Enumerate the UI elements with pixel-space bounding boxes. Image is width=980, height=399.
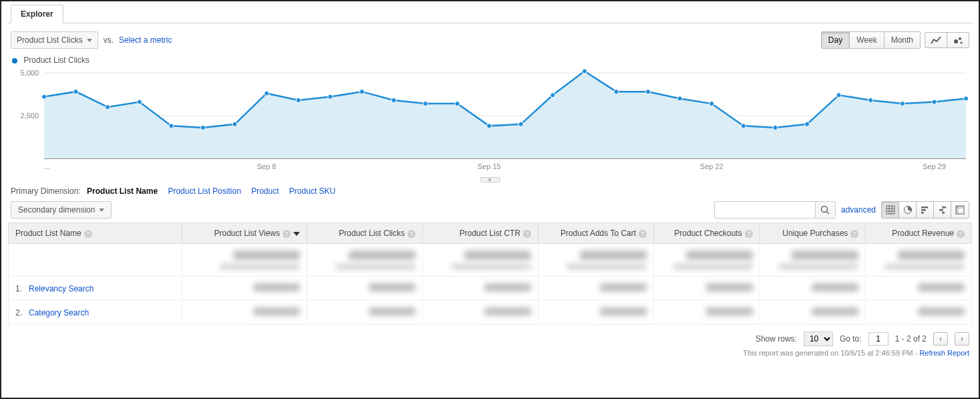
chevron-down-icon: [99, 209, 104, 212]
table-row[interactable]: 1.Relevancy Search: [9, 277, 972, 301]
svg-point-22: [487, 124, 492, 128]
svg-rect-57: [943, 212, 945, 214]
next-page-button[interactable]: ›: [955, 332, 969, 346]
svg-rect-51: [921, 207, 928, 209]
redacted-value: [686, 251, 753, 260]
col-product-list-name[interactable]: Product List Name?: [9, 223, 182, 244]
help-icon[interactable]: ?: [957, 230, 965, 238]
svg-rect-60: [956, 206, 964, 209]
svg-point-34: [868, 98, 873, 102]
svg-point-27: [646, 90, 651, 94]
svg-point-28: [677, 96, 682, 101]
svg-point-10: [106, 105, 110, 110]
granularity-day[interactable]: Day: [822, 32, 850, 48]
row-name-link[interactable]: Category Search: [29, 308, 89, 317]
redacted-value: [778, 264, 858, 269]
view-pivot-icon[interactable]: [951, 202, 969, 218]
timeseries-chart[interactable]: 5,0002,500...Sep 8Sep 15Sep 22Sep 29: [11, 66, 969, 173]
dimension-product-sku[interactable]: Product SKU: [289, 186, 335, 196]
tab-explorer[interactable]: Explorer: [11, 5, 63, 23]
goto-label: Go to:: [840, 334, 862, 344]
help-icon[interactable]: ?: [407, 230, 416, 238]
help-icon[interactable]: ?: [523, 230, 531, 238]
primary-metric-dropdown[interactable]: Product List Clicks: [11, 31, 98, 49]
svg-point-43: [822, 207, 828, 213]
svg-point-37: [964, 96, 969, 101]
prev-page-button[interactable]: ‹: [933, 332, 948, 346]
table-summary-row: [9, 244, 972, 277]
primary-dimension-row: Primary Dimension: Product List Name Pro…: [11, 186, 969, 196]
table-view-toggle: [881, 201, 969, 219]
view-comparison-icon[interactable]: [934, 202, 951, 218]
redacted-value: [898, 251, 965, 260]
svg-point-19: [391, 98, 396, 102]
col-product-checkouts[interactable]: Product Checkouts?: [654, 223, 760, 244]
redacted-value: [451, 264, 531, 269]
svg-point-15: [265, 91, 269, 96]
svg-point-29: [709, 102, 714, 106]
show-rows-label: Show rows:: [756, 334, 797, 344]
redacted-value: [484, 283, 531, 291]
help-icon[interactable]: ?: [639, 230, 647, 238]
dimension-product[interactable]: Product: [251, 186, 279, 196]
redacted-value: [600, 283, 647, 291]
help-icon[interactable]: ?: [850, 230, 858, 238]
motion-chart-icon[interactable]: [947, 33, 969, 47]
svg-point-0: [954, 39, 958, 43]
redacted-value: [812, 283, 858, 291]
dimension-product-list-name[interactable]: Product List Name: [87, 186, 158, 196]
granularity-week[interactable]: Week: [850, 32, 884, 48]
col-product-list-clicks[interactable]: Product List Clicks?: [307, 223, 423, 244]
redacted-value: [792, 251, 858, 260]
svg-rect-45: [886, 206, 894, 214]
svg-point-14: [232, 122, 237, 126]
show-rows-select[interactable]: 10: [804, 331, 833, 346]
help-icon[interactable]: ?: [84, 230, 92, 238]
view-pie-icon[interactable]: [899, 202, 917, 218]
chart-resize-handle[interactable]: ▾: [8, 174, 972, 181]
col-product-list-ctr[interactable]: Product List CTR?: [423, 223, 538, 244]
tab-strip: Explorer: [8, 5, 972, 23]
svg-text:Sep 15: Sep 15: [478, 162, 501, 170]
svg-text:Sep 29: Sep 29: [923, 162, 946, 170]
col-product-adds-to-cart[interactable]: Product Adds To Cart?: [538, 223, 654, 244]
col-product-revenue[interactable]: Product Revenue?: [866, 223, 972, 244]
svg-point-30: [741, 124, 746, 128]
advanced-search-link[interactable]: advanced: [841, 205, 876, 215]
redacted-value: [369, 307, 416, 315]
help-icon[interactable]: ?: [745, 230, 753, 238]
line-chart-icon[interactable]: [925, 33, 947, 47]
svg-rect-56: [939, 209, 943, 211]
help-icon[interactable]: ?: [283, 230, 291, 238]
svg-point-24: [550, 93, 555, 98]
view-performance-icon[interactable]: [917, 202, 934, 218]
goto-input[interactable]: [868, 332, 888, 346]
row-index: 1.: [15, 284, 22, 293]
dimension-product-list-position[interactable]: Product List Position: [168, 186, 240, 196]
secondary-dimension-dropdown[interactable]: Secondary dimension: [11, 201, 112, 219]
vs-label: vs.: [104, 35, 114, 45]
svg-point-8: [42, 94, 47, 99]
granularity-month[interactable]: Month: [884, 32, 920, 48]
select-metric-link[interactable]: Select a metric: [119, 35, 172, 45]
search-input[interactable]: [715, 202, 815, 218]
chevron-down-icon: [87, 39, 92, 42]
chart-type-toggle: [925, 32, 969, 48]
redacted-value: [706, 283, 753, 291]
redacted-value: [253, 283, 300, 291]
view-data-table-icon[interactable]: [882, 202, 899, 218]
col-product-list-views[interactable]: Product List Views?: [182, 223, 307, 244]
svg-point-33: [836, 93, 841, 98]
search-button[interactable]: [815, 202, 835, 218]
table-toolbar: Secondary dimension advanced: [11, 201, 969, 219]
svg-point-25: [582, 69, 587, 74]
svg-rect-52: [921, 209, 926, 211]
row-name-link[interactable]: Relevancy Search: [29, 284, 94, 293]
refresh-report-link[interactable]: Refresh Report: [919, 349, 969, 357]
redacted-value: [580, 251, 647, 260]
svg-text:...: ...: [44, 162, 50, 170]
redacted-value: [464, 251, 531, 260]
svg-point-21: [455, 102, 460, 106]
col-unique-purchases[interactable]: Unique Purchases?: [760, 223, 866, 244]
table-row[interactable]: 2.Category Search: [9, 301, 972, 325]
